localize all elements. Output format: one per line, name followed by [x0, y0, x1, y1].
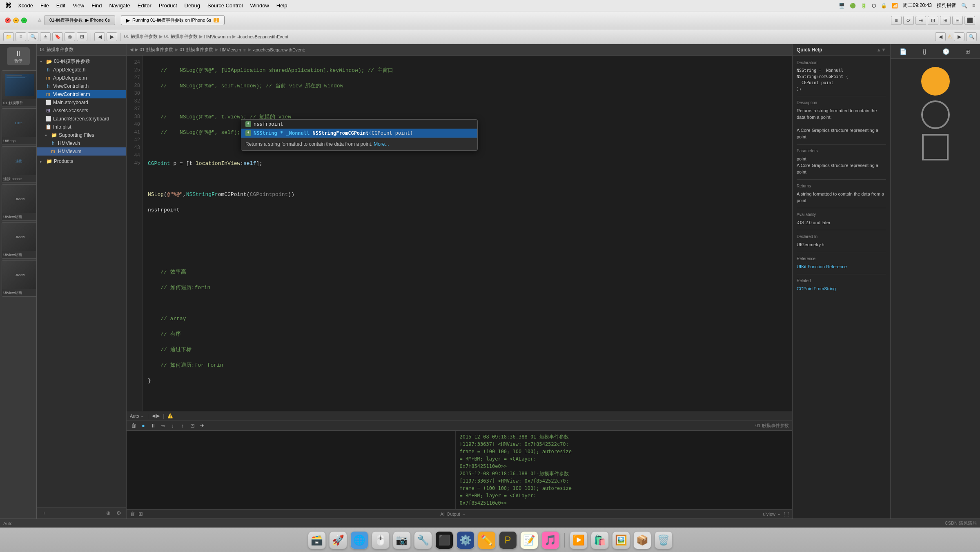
- debug-play-btn[interactable]: ●: [140, 422, 147, 429]
- thumbnail-1[interactable]: 01-触摸事件: [2, 70, 36, 107]
- dock-finder[interactable]: 🗃️: [308, 531, 326, 549]
- code-editor[interactable]: 24252728 3032 3738 4041424344 45 // NSLo…: [127, 56, 792, 411]
- warning-nav-forward[interactable]: ▶: [954, 32, 964, 41]
- debug-trash-btn[interactable]: 🗑: [130, 511, 135, 517]
- menu-view[interactable]: View: [73, 2, 84, 9]
- inspector-grid-btn[interactable]: ⊞: [960, 46, 975, 57]
- debug-stepout-btn[interactable]: ↑: [179, 422, 186, 429]
- bc-proj[interactable]: 01-触摸事件参数: [140, 47, 173, 53]
- menu-icon[interactable]: ≡: [972, 3, 975, 9]
- layout-btn-2[interactable]: ⟳: [903, 16, 914, 25]
- debug-clear-btn[interactable]: 🗑: [130, 422, 137, 429]
- menu-source-control[interactable]: Source Control: [207, 2, 243, 9]
- bc-nav-back[interactable]: ◀: [130, 47, 133, 52]
- debug-pause-btn[interactable]: ⏸: [149, 422, 157, 429]
- nav-item-launch-storyboard[interactable]: ⬜ LaunchScreen.storyboard: [37, 115, 126, 123]
- menu-edit[interactable]: Edit: [56, 2, 65, 9]
- inspector-file-btn[interactable]: 📄: [895, 46, 910, 57]
- nav-item-viewcontroller-m[interactable]: m ViewController.m: [37, 90, 126, 98]
- qh-scroll-up[interactable]: ▲: [876, 47, 881, 53]
- thumbnail-4[interactable]: UIView UIView动画: [2, 184, 36, 221]
- thumbnail-2[interactable]: UIRe.. UIResp: [2, 108, 36, 145]
- layout-btn-1[interactable]: ≡: [891, 16, 902, 25]
- debug-stepinto-btn[interactable]: ↓: [169, 422, 176, 429]
- apple-menu[interactable]: ⌘: [5, 2, 11, 9]
- bc-item-5[interactable]: -touchesBegan:withEvent:: [237, 34, 290, 39]
- nav-item-viewcontroller-h[interactable]: h ViewController.h: [37, 82, 126, 90]
- dock-sketch[interactable]: ✏️: [478, 531, 496, 549]
- nav-item-supporting[interactable]: ▾ 📁 Supporting Files: [37, 131, 126, 139]
- dock-safari[interactable]: 🌐: [350, 531, 368, 549]
- ac-item-1[interactable]: f nssfrpoint: [241, 120, 477, 129]
- layout-btn-7[interactable]: ⬛: [964, 16, 975, 25]
- layout-btn-5[interactable]: ⊞: [940, 16, 951, 25]
- nav-item-plist[interactable]: 📋 Info.plist: [37, 123, 126, 131]
- warning-nav-back[interactable]: ◀: [935, 32, 946, 41]
- debug-stepover-btn[interactable]: ⤼: [159, 422, 167, 429]
- dock-terminal[interactable]: ⬛: [435, 531, 453, 549]
- debug-view-selector[interactable]: uiview ⌄: [763, 511, 781, 516]
- dock-trash[interactable]: 🗑️: [655, 531, 673, 549]
- bc-item-3[interactable]: HMView.m: [204, 34, 225, 39]
- ac-item-2[interactable]: f NSString * _Nonnull NSStringFromCGPoin…: [241, 129, 477, 138]
- dock-player[interactable]: ▶️: [570, 531, 588, 549]
- layout-btn-3[interactable]: ⇥: [915, 16, 926, 25]
- issues-indicator[interactable]: ⚠️: [167, 413, 173, 418]
- layout-btn-4[interactable]: ⊡: [928, 16, 938, 25]
- folder-btn[interactable]: 📁: [3, 32, 14, 41]
- debug-output-selector[interactable]: All Output ⌄: [441, 511, 466, 516]
- bc-nav-forward[interactable]: ▶: [135, 47, 138, 52]
- menu-help[interactable]: Help: [276, 2, 287, 9]
- nav-add-btn[interactable]: +: [40, 509, 48, 517]
- dock-archive[interactable]: 📦: [633, 531, 651, 549]
- bc-item-1[interactable]: 01-触摸事件参数: [124, 33, 158, 40]
- menu-xcode[interactable]: Xcode: [18, 2, 33, 9]
- dock-tools[interactable]: 🔧: [414, 531, 432, 549]
- dock-preview[interactable]: 🖼️: [612, 531, 630, 549]
- menu-product[interactable]: Product: [159, 2, 177, 9]
- search-icon[interactable]: 🔍: [961, 3, 967, 9]
- nav-settings-btn[interactable]: ⚙: [115, 509, 123, 517]
- qh-scroll-down[interactable]: ▼: [881, 47, 886, 53]
- menu-editor[interactable]: Editor: [138, 2, 151, 9]
- thumbnail-5[interactable]: UIView UIView动画: [2, 222, 36, 259]
- inspect-btn[interactable]: 🔍: [966, 32, 977, 41]
- tab-active[interactable]: ▶ Running 01-触摸事件参数 on iPhone 6s 1: [121, 15, 225, 25]
- nav-item-appdelegate-m[interactable]: m AppDelegate.m: [37, 74, 126, 82]
- dock-notes[interactable]: 📝: [520, 531, 538, 549]
- nav-back[interactable]: ◀: [94, 32, 105, 41]
- debug-console[interactable]: 2015-12-08 09:18:36.388 01-触摸事件参数 [1197:…: [456, 431, 793, 509]
- nav-item-appdelegate-h[interactable]: h AppDelegate.h: [37, 66, 126, 74]
- nav-item-project[interactable]: ▾ 📂 01-触摸事件参数: [37, 57, 126, 66]
- nav-item-main-storyboard[interactable]: ⬜ Main.storyboard: [37, 98, 126, 107]
- debug-split-btn[interactable]: ⊞: [138, 511, 143, 517]
- menu-find[interactable]: Find: [91, 2, 102, 9]
- qh-reference-link[interactable]: UIKit Function Reference: [797, 263, 886, 270]
- dock-camera[interactable]: 📷: [393, 531, 411, 549]
- search-btn[interactable]: 🔍: [28, 32, 38, 41]
- nav-filter-btn[interactable]: ⊕: [104, 509, 112, 517]
- thumbnail-6[interactable]: UIView UIView动画: [2, 260, 36, 297]
- dock-store[interactable]: 🛍️: [591, 531, 609, 549]
- bc-method[interactable]: -touchesBegan:withEvent:: [253, 47, 305, 52]
- debug-continue-btn[interactable]: ⊡: [189, 422, 196, 429]
- dock-itunes[interactable]: 🎵: [541, 531, 559, 549]
- dock-mouse[interactable]: 🖱️: [372, 531, 390, 549]
- ac-more-link[interactable]: More...: [374, 141, 389, 147]
- code-content[interactable]: // NSLog(@"%@", [UIApplication sharedApp…: [143, 56, 792, 411]
- source-btn[interactable]: ◎: [65, 32, 75, 41]
- warning-btn[interactable]: ⚠: [40, 32, 51, 41]
- auto-select[interactable]: Auto ⌄: [130, 413, 144, 418]
- inspector-clock-btn[interactable]: 🕐: [939, 46, 953, 57]
- grid-btn[interactable]: ⊞: [77, 32, 87, 41]
- menu-file[interactable]: File: [40, 2, 49, 9]
- bookmark-btn[interactable]: 🔖: [52, 32, 63, 41]
- qh-related-link[interactable]: CGPointFromString: [797, 285, 886, 292]
- layout-btn-6[interactable]: ⊟: [952, 16, 963, 25]
- menu-window[interactable]: Window: [250, 2, 269, 9]
- tab-inactive[interactable]: 01-触摸事件参数 ▶ iPhone 6s: [44, 15, 115, 25]
- nav-forward[interactable]: ▶: [107, 32, 117, 41]
- nav-back-forward[interactable]: ◀ ▶: [152, 413, 160, 418]
- nav-item-xcassets[interactable]: ⊞ Assets.xcassets: [37, 107, 126, 115]
- nav-item-hmview-h[interactable]: h HMView.h: [37, 139, 126, 147]
